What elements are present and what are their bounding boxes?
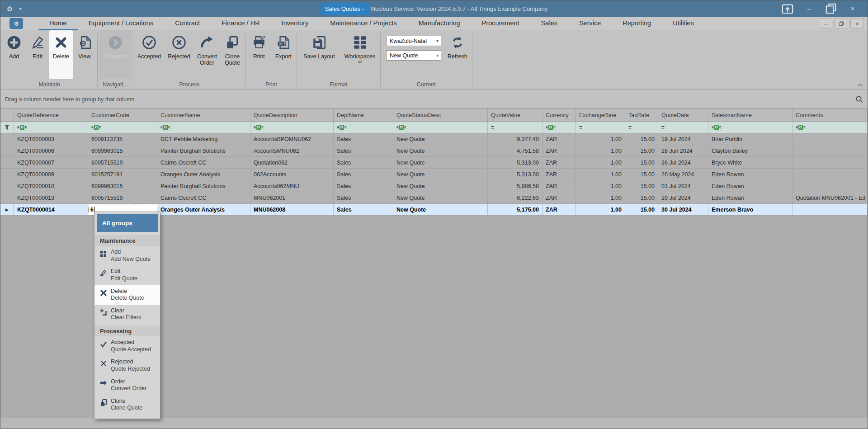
menu-item-rejected[interactable]: RejectedQuote Rejected — [94, 356, 160, 375]
menu-item-order[interactable]: OrderConvert Order — [94, 376, 160, 395]
save-layout-button[interactable]: Save Layout — [298, 30, 340, 79]
filter-cell-quotevalue[interactable]: = — [488, 122, 542, 133]
column-header-salesmanname[interactable]: SalesmanName — [708, 109, 793, 121]
table-row[interactable]: KZQT0000007 6005715519 Cairns Oscroft CC… — [0, 157, 868, 169]
menu-item-clone[interactable]: CloneClone Quote — [94, 395, 160, 415]
delete-button[interactable]: Delete — [49, 30, 73, 79]
tab-maintenance-projects[interactable]: Maintenance / Projects — [319, 17, 408, 30]
table-row[interactable]: KZQT0000013 6005715519 Cairns Oscroft CC… — [0, 192, 868, 204]
menu-item-edit[interactable]: EditEdit Quote — [94, 265, 160, 285]
filter-cell-quotedescription[interactable]: aBc — [250, 122, 334, 133]
column-header-comments[interactable]: Comments — [793, 109, 868, 121]
column-header-quotevalue[interactable]: QuoteValue — [488, 109, 542, 121]
menu-more-ellipsis[interactable]: ... — [94, 415, 160, 419]
convert-order-button[interactable]: Convert Order — [194, 30, 220, 79]
collapse-ribbon-icon[interactable] — [858, 84, 863, 87]
group-by-panel[interactable]: Drag a column header here to group by th… — [0, 90, 868, 109]
table-row[interactable]: KZQT0000010 6099963015 Painter Burghall … — [0, 180, 868, 192]
tab-manufacturing[interactable]: Manufacturing — [408, 17, 471, 30]
filter-funnel-cell[interactable] — [0, 122, 14, 133]
row-indicator-header — [0, 109, 14, 121]
quote-status-select[interactable]: New Quote ▾ — [386, 50, 441, 61]
restore-button[interactable] — [825, 3, 837, 14]
filter-cell-salesmanname[interactable]: aBc — [708, 122, 793, 133]
column-header-currency[interactable]: Currency — [542, 109, 576, 121]
menu-section-processing: Processing — [94, 325, 160, 336]
gear-icon[interactable]: ⚙ — [7, 5, 13, 12]
column-header-deptname[interactable]: DeptName — [334, 109, 393, 121]
tab-inventory[interactable]: Inventory — [271, 17, 320, 30]
ribbon-separator — [380, 33, 381, 87]
search-icon[interactable] — [855, 95, 863, 103]
column-header-exchangerate[interactable]: ExchangeRate — [576, 109, 625, 121]
chevron-down-icon[interactable]: ▾ — [19, 6, 21, 11]
tab-reporting[interactable]: Reporting — [612, 17, 662, 30]
minimize-button[interactable]: – — [803, 3, 815, 14]
application-button[interactable]: ⚙ — [9, 18, 23, 29]
table-row[interactable]: KZQT0000006 6099963015 Painter Burghall … — [0, 145, 868, 157]
filter-cell-quotestatusdesc[interactable]: aBc — [393, 122, 488, 133]
menu-item-clear[interactable]: ClearClear Filters — [94, 305, 160, 324]
table-row[interactable]: KZQT0000009 6015257191 Oranges Outer Ana… — [0, 169, 868, 180]
column-header-quotedescription[interactable]: QuoteDescription — [250, 109, 334, 121]
menu-item-add[interactable]: AddAdd New Quote — [94, 246, 160, 265]
add-button[interactable]: Add — [2, 30, 26, 79]
equals-filter-icon: = — [628, 124, 632, 131]
refresh-button[interactable]: Refresh — [444, 36, 471, 60]
edit-button[interactable]: Edit — [26, 30, 49, 79]
dock-window-icon[interactable] — [782, 3, 793, 14]
tab-equipment-locations[interactable]: Equipment / Locations — [78, 17, 164, 30]
ribbon-tabs: Home Equipment / Locations Contract Fina… — [38, 17, 705, 30]
svg-text:?: ? — [262, 35, 265, 40]
close-button[interactable]: × — [847, 3, 859, 14]
mdi-minimize-button[interactable]: – — [819, 19, 832, 28]
filter-cell-quotedate[interactable]: = — [658, 122, 708, 133]
accepted-button[interactable]: Accepted — [134, 30, 164, 79]
filter-cell-comments[interactable]: aBc — [793, 122, 868, 133]
export-button[interactable]: XLS Export — [271, 30, 296, 79]
svg-text:XLS: XLS — [279, 42, 287, 46]
view-button[interactable]: View — [73, 30, 96, 79]
clone-quote-button[interactable]: Clone Quote — [220, 30, 245, 79]
menu-item-delete[interactable]: DeleteDelete Quote — [94, 285, 160, 305]
tab-contract[interactable]: Contract — [164, 17, 211, 30]
forward-button[interactable]: Forward — [99, 30, 132, 79]
mdi-restore-button[interactable] — [835, 19, 848, 28]
menu-item-accepted[interactable]: AcceptedQuote Accepted — [94, 336, 160, 356]
menu-add-icon — [100, 250, 107, 257]
group-by-hint: Drag a column header here to group by th… — [5, 96, 134, 103]
column-header-quotestatusdesc[interactable]: QuoteStatusDesc — [393, 109, 488, 121]
workspaces-button[interactable]: Workspaces — [340, 30, 379, 79]
tab-procurement[interactable]: Procurement — [471, 17, 530, 30]
tab-utilities[interactable]: Utilities — [662, 17, 705, 30]
region-select[interactable]: KwaZulu-Natal ▾ — [386, 36, 441, 46]
filter-cell-deptname[interactable]: aBc — [334, 122, 393, 133]
filter-cell-customercode[interactable]: aBc — [88, 122, 157, 133]
mdi-close-button[interactable]: × — [850, 19, 864, 28]
table-row[interactable]: KZQT0000003 6009113735 DCT Pebble Market… — [0, 133, 868, 145]
column-header-quotereference[interactable]: QuoteReference — [14, 109, 88, 121]
column-header-taxrate[interactable]: TaxRate — [625, 109, 658, 121]
tab-finance-hr[interactable]: Finance / HR — [211, 17, 271, 30]
filter-cell-quotereference[interactable]: aBc — [14, 122, 88, 133]
filter-cell-taxrate[interactable]: = — [625, 122, 658, 133]
column-header-customercode[interactable]: CustomerCode — [88, 109, 157, 121]
ribbon-group-format: Save Layout Workspaces Format — [298, 30, 379, 90]
tab-home[interactable]: Home — [38, 17, 78, 30]
group-label-current: Current — [382, 81, 471, 90]
tab-service[interactable]: Service — [568, 17, 612, 30]
filter-cell-currency[interactable]: aBc — [542, 122, 576, 133]
menu-clear-icon — [100, 309, 107, 316]
abc-filter-icon: aBc — [546, 125, 556, 130]
filter-cell-exchangerate[interactable]: = — [576, 122, 625, 133]
check-circle-icon — [142, 35, 157, 50]
tab-sales[interactable]: Sales — [530, 17, 568, 30]
auto-filter-row: aBc aBc aBc aBc aBc aBc = aBc = = = aBc … — [0, 122, 868, 133]
workspaces-grid-icon — [352, 35, 368, 50]
filter-cell-customername[interactable]: aBc — [157, 122, 250, 133]
rejected-button[interactable]: Rejected — [164, 30, 194, 79]
mdi-window-controls: – × — [819, 17, 868, 30]
column-header-customername[interactable]: CustomerName — [157, 109, 250, 121]
print-button[interactable]: ? Print — [247, 30, 271, 79]
column-header-quotedate[interactable]: QuoteDate — [658, 109, 708, 121]
